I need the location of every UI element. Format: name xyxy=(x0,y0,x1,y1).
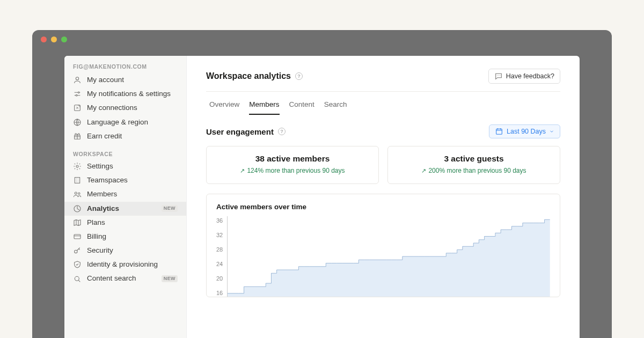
svg-point-12 xyxy=(75,250,77,253)
date-range-label: Last 90 Days xyxy=(507,128,546,135)
main-content: Workspace analytics ? Have feedback? Ove… xyxy=(187,56,580,338)
section-title: User engagement ? xyxy=(206,127,286,136)
help-icon[interactable]: ? xyxy=(278,128,286,135)
new-badge: NEW xyxy=(162,205,178,212)
shield-icon xyxy=(73,260,82,269)
account-icon xyxy=(73,76,82,84)
new-badge: NEW xyxy=(162,275,178,282)
sidebar-item-label: Security xyxy=(87,246,178,255)
stat-card-title: 38 active members xyxy=(207,154,378,164)
stat-card-delta: ↗ 124% more than previous 90 days xyxy=(240,167,345,174)
section-title-text: User engagement xyxy=(206,127,274,136)
chevron-down-icon xyxy=(549,129,554,134)
sidebar-account-earn-credit[interactable]: Earn credit xyxy=(64,129,186,143)
svg-rect-11 xyxy=(74,234,80,239)
sidebar-item-label: My account xyxy=(87,76,178,84)
y-tick: 28 xyxy=(216,246,223,253)
tab-content[interactable]: Content xyxy=(289,98,314,115)
stat-card-delta: ↗ 200% more than previous 90 days xyxy=(421,167,526,174)
chart-container: Active members over time 363228242016 xyxy=(206,194,560,297)
maximize-window-dot[interactable] xyxy=(61,36,67,42)
y-tick: 32 xyxy=(216,232,223,238)
sidebar-item-label: Members xyxy=(87,190,178,199)
sidebar-item-label: Billing xyxy=(87,232,178,241)
sidebar-item-label: Identity & provisioning xyxy=(87,260,178,269)
sidebar-workspace-content-search[interactable]: Content searchNEW xyxy=(64,271,186,285)
search-icon xyxy=(73,275,82,283)
calendar-icon xyxy=(495,127,503,136)
sidebar-account-my-connections[interactable]: My connections xyxy=(64,101,186,115)
sliders-icon xyxy=(73,90,82,98)
settings-sidebar: FIG@MAKENOTION.COM My accountMy notifica… xyxy=(64,56,187,338)
close-window-dot[interactable] xyxy=(41,36,47,42)
sidebar-item-label: My connections xyxy=(87,104,178,112)
svg-rect-14 xyxy=(496,129,502,134)
sidebar-item-label: Earn credit xyxy=(87,132,178,141)
globe-icon xyxy=(73,118,82,127)
sidebar-workspace-teamspaces[interactable]: Teamspaces xyxy=(64,173,186,187)
sidebar-item-label: Teamspaces xyxy=(87,176,178,185)
trend-up-icon: ↗ xyxy=(240,167,245,174)
sidebar-workspace-analytics[interactable]: AnalyticsNEW xyxy=(64,202,186,216)
tab-search[interactable]: Search xyxy=(324,98,347,115)
key-icon xyxy=(73,246,82,255)
chart-y-axis: 363228242016 xyxy=(216,216,227,297)
sidebar-item-label: Settings xyxy=(87,162,178,171)
stat-card-title: 3 active guests xyxy=(388,154,560,164)
svg-point-0 xyxy=(76,77,78,80)
sidebar-workspace-plans[interactable]: Plans xyxy=(64,216,186,230)
sidebar-workspace-members[interactable]: Members xyxy=(64,187,186,201)
tabs: OverviewMembersContentSearch xyxy=(206,92,560,115)
chart-plot xyxy=(227,216,550,297)
y-tick: 20 xyxy=(216,275,223,282)
workspace-heading: WORKSPACE xyxy=(64,143,186,159)
sidebar-workspace-settings[interactable]: Settings xyxy=(64,159,186,173)
date-range-selector[interactable]: Last 90 Days xyxy=(489,124,560,138)
map-icon xyxy=(73,218,82,227)
sidebar-account-language-region[interactable]: Language & region xyxy=(64,115,186,129)
y-tick: 24 xyxy=(216,261,223,267)
link-icon xyxy=(73,104,82,112)
svg-point-8 xyxy=(75,192,77,194)
gift-icon xyxy=(73,132,82,141)
account-email: FIG@MAKENOTION.COM xyxy=(64,63,186,73)
sidebar-item-label: Language & region xyxy=(87,118,178,127)
svg-point-1 xyxy=(78,92,79,93)
tab-members[interactable]: Members xyxy=(249,98,279,115)
sidebar-workspace-billing[interactable]: Billing xyxy=(64,230,186,244)
people-icon xyxy=(73,190,82,199)
feedback-button[interactable]: Have feedback? xyxy=(488,69,560,84)
sidebar-item-label: Plans xyxy=(87,218,178,227)
sidebar-workspace-identity-provisioning[interactable]: Identity & provisioning xyxy=(64,258,186,271)
card-icon xyxy=(73,232,82,241)
building-icon xyxy=(73,176,82,185)
svg-rect-7 xyxy=(75,178,79,183)
sidebar-workspace-security[interactable]: Security xyxy=(64,244,186,258)
page-title: Workspace analytics ? xyxy=(206,71,303,81)
sidebar-item-label: Content search xyxy=(87,274,156,283)
svg-point-9 xyxy=(78,193,80,194)
tab-overview[interactable]: Overview xyxy=(209,98,239,115)
help-icon[interactable]: ? xyxy=(295,72,303,80)
svg-point-13 xyxy=(75,276,79,281)
stat-card-0: 38 active members↗ 124% more than previo… xyxy=(206,146,379,184)
sidebar-account-my-account[interactable]: My account xyxy=(64,73,186,87)
gear-icon xyxy=(73,162,82,171)
stat-card-1: 3 active guests↗ 200% more than previous… xyxy=(387,146,560,184)
feedback-label: Have feedback? xyxy=(506,72,554,80)
trend-up-icon: ↗ xyxy=(421,167,426,174)
svg-point-2 xyxy=(76,95,77,97)
sidebar-item-label: My notifications & settings xyxy=(87,90,178,98)
chat-icon xyxy=(494,72,503,80)
y-tick: 36 xyxy=(216,217,223,224)
y-tick: 16 xyxy=(216,290,223,296)
page-title-text: Workspace analytics xyxy=(206,71,291,81)
chart-title: Active members over time xyxy=(216,203,550,211)
svg-point-6 xyxy=(76,165,78,167)
chart-icon xyxy=(73,204,82,213)
sidebar-item-label: Analytics xyxy=(87,204,156,213)
window-traffic-lights xyxy=(32,36,612,49)
minimize-window-dot[interactable] xyxy=(51,36,57,42)
sidebar-account-my-notifications-settings[interactable]: My notifications & settings xyxy=(64,87,186,101)
